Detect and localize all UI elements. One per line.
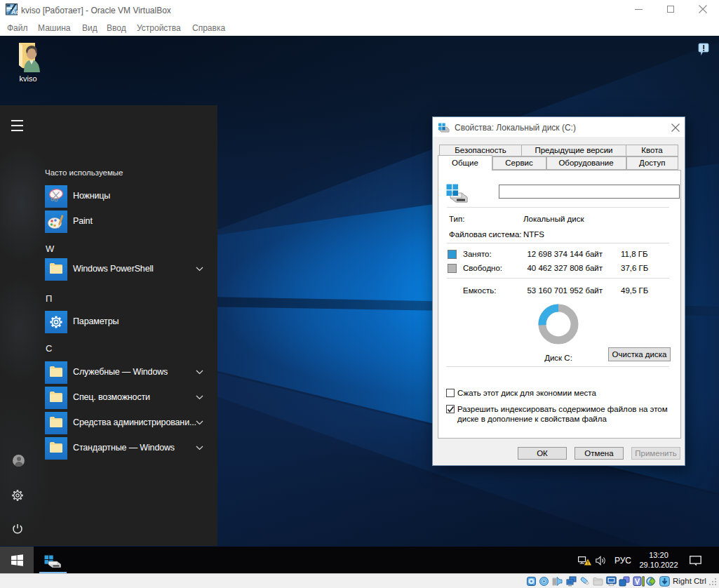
svg-text:Ac: Ac <box>11 8 18 15</box>
